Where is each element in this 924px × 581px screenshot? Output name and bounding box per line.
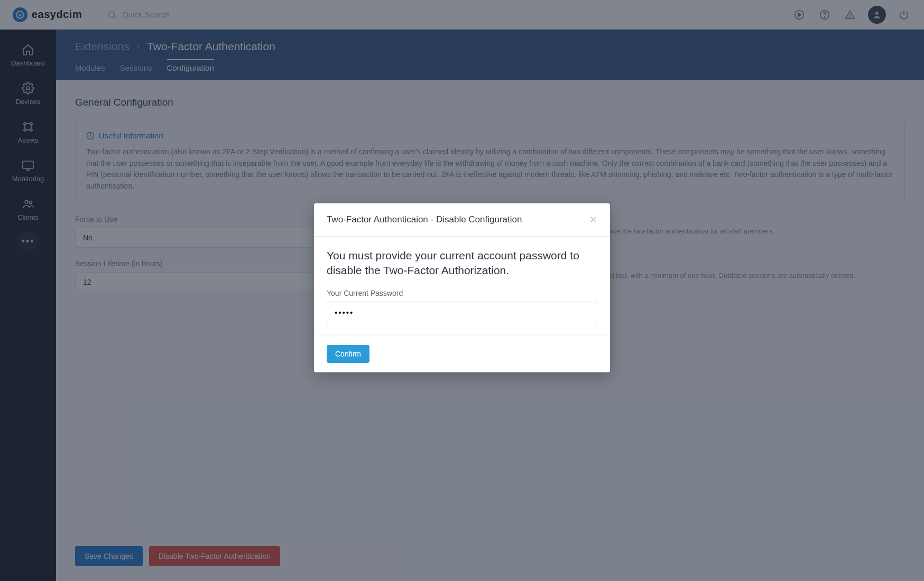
modal-header: Two-Factor Authenticaion - Disable Confi…	[314, 203, 610, 237]
modal-message: You must provide your current account pa…	[327, 248, 597, 278]
password-input[interactable]	[327, 302, 597, 323]
modal-footer: Confirm	[314, 335, 610, 372]
disable-2fa-modal: Two-Factor Authenticaion - Disable Confi…	[314, 203, 610, 372]
modal-title: Two-Factor Authenticaion - Disable Confi…	[327, 214, 522, 225]
password-label: Your Current Password	[327, 289, 597, 297]
confirm-button[interactable]: Confirm	[327, 345, 369, 363]
modal-body: You must provide your current account pa…	[314, 237, 610, 335]
close-icon[interactable]: ✕	[589, 214, 597, 226]
